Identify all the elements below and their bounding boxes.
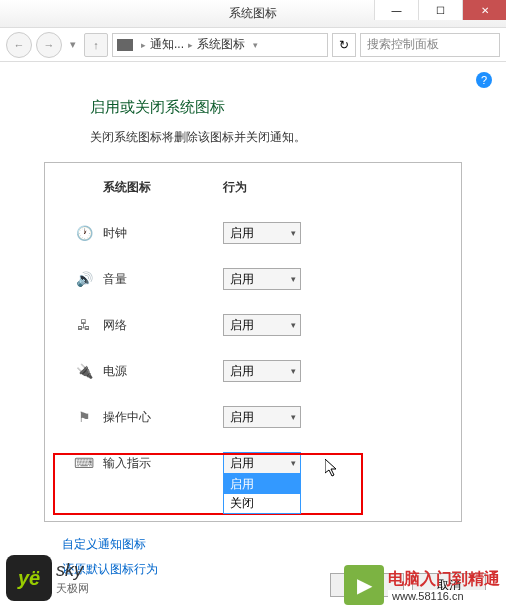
settings-panel: 系统图标 行为 🕐 时钟 启用▾ 🔊 音量 启用▾ 🖧 网络 启用▾ 🔌 电源 …	[44, 162, 462, 522]
table-row: ⚑ 操作中心 启用▾	[65, 394, 441, 440]
row-label: 输入指示	[103, 455, 223, 472]
table-row: ⌨ 输入指示 启用▾ 启用 关闭	[65, 440, 441, 486]
breadcrumb-seg-1[interactable]: 通知...	[150, 36, 184, 53]
watermark-yesky: yë sky 天极网	[6, 555, 89, 601]
row-label: 时钟	[103, 225, 223, 242]
back-button[interactable]: ←	[6, 32, 32, 58]
page-heading: 启用或关闭系统图标	[90, 98, 486, 117]
nav-bar: ← → ▾ ↑ ▸ 通知... ▸ 系统图标 ▾ ↻ 搜索控制面板	[0, 28, 506, 62]
watermark-text: sky	[56, 560, 89, 581]
row-label: 电源	[103, 363, 223, 380]
watermark-sub: 天极网	[56, 581, 89, 596]
table-row: 🔌 电源 启用▾	[65, 348, 441, 394]
help-icon[interactable]: ?	[476, 72, 492, 88]
chevron-down-icon: ▾	[291, 274, 296, 284]
behavior-select-action-center[interactable]: 启用▾	[223, 406, 301, 428]
chevron-right-icon: ▸	[141, 40, 146, 50]
table-row: 🖧 网络 启用▾	[65, 302, 441, 348]
table-row: 🕐 时钟 启用▾	[65, 210, 441, 256]
watermark-main: 电脑入门到精通	[388, 569, 500, 590]
power-icon: 🔌	[65, 363, 103, 379]
col-header-icon: 系统图标	[103, 179, 223, 196]
behavior-select-network[interactable]: 启用▾	[223, 314, 301, 336]
yesky-logo-icon: yë	[6, 555, 52, 601]
dropdown-menu: 启用 关闭	[223, 474, 301, 514]
maximize-button[interactable]: ☐	[418, 0, 462, 20]
behavior-select-power[interactable]: 启用▾	[223, 360, 301, 382]
breadcrumb[interactable]: ▸ 通知... ▸ 系统图标 ▾	[112, 33, 328, 57]
row-label: 音量	[103, 271, 223, 288]
table-row: 🔊 音量 启用▾	[65, 256, 441, 302]
search-input[interactable]: 搜索控制面板	[360, 33, 500, 57]
chevron-down-icon: ▾	[291, 458, 296, 468]
chevron-right-icon: ▸	[188, 40, 193, 50]
customize-link[interactable]: 自定义通知图标	[62, 536, 486, 553]
breadcrumb-dropdown-icon[interactable]: ▾	[247, 40, 263, 50]
close-button[interactable]: ✕	[462, 0, 506, 20]
row-label: 网络	[103, 317, 223, 334]
chevron-down-icon: ▾	[291, 320, 296, 330]
history-dropdown[interactable]: ▾	[66, 33, 80, 57]
location-icon	[117, 39, 133, 51]
breadcrumb-seg-2[interactable]: 系统图标	[197, 36, 245, 53]
refresh-button[interactable]: ↻	[332, 33, 356, 57]
page-description: 关闭系统图标将删除该图标并关闭通知。	[90, 129, 486, 146]
behavior-select-clock[interactable]: 启用▾	[223, 222, 301, 244]
chevron-down-icon: ▾	[291, 366, 296, 376]
up-button[interactable]: ↑	[84, 33, 108, 57]
chevron-down-icon: ▾	[291, 228, 296, 238]
clock-icon: 🕐	[65, 225, 103, 241]
behavior-select-volume[interactable]: 启用▾	[223, 268, 301, 290]
title-bar: 系统图标 — ☐ ✕	[0, 0, 506, 28]
col-header-behavior: 行为	[223, 179, 303, 196]
book-icon: ▶	[344, 565, 384, 605]
window-controls: — ☐ ✕	[374, 0, 506, 20]
window-title: 系统图标	[229, 5, 277, 22]
table-header: 系统图标 行为	[65, 179, 441, 196]
ime-icon: ⌨	[65, 455, 103, 471]
minimize-button[interactable]: —	[374, 0, 418, 20]
row-label: 操作中心	[103, 409, 223, 426]
watermark-url: www.58116.cn	[388, 590, 500, 602]
behavior-select-ime[interactable]: 启用▾ 启用 关闭	[223, 452, 301, 474]
watermark-58116: ▶ 电脑入门到精通 www.58116.cn	[344, 565, 500, 605]
content-area: ? 启用或关闭系统图标 关闭系统图标将删除该图标并关闭通知。 系统图标 行为 🕐…	[0, 62, 506, 596]
volume-icon: 🔊	[65, 271, 103, 287]
chevron-down-icon: ▾	[291, 412, 296, 422]
flag-icon: ⚑	[65, 409, 103, 425]
forward-button[interactable]: →	[36, 32, 62, 58]
dropdown-option-disable[interactable]: 关闭	[224, 494, 300, 513]
dropdown-option-enable[interactable]: 启用	[224, 475, 300, 494]
network-icon: 🖧	[65, 317, 103, 333]
